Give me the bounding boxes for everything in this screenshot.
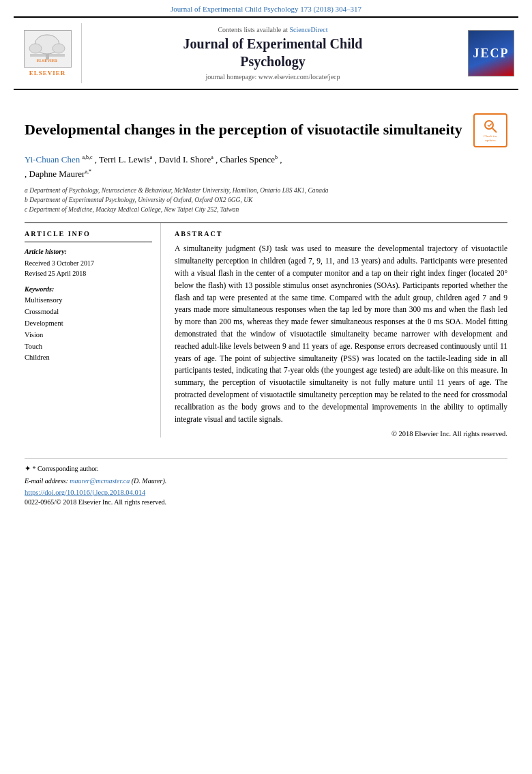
- author4-sup: b: [275, 154, 278, 160]
- received-date: Received 3 October 2017: [25, 258, 152, 268]
- author5-sup: a,*: [85, 168, 91, 174]
- corresponding-label: * Corresponding author.: [33, 465, 99, 472]
- revised-date: Revised 25 April 2018: [25, 268, 152, 278]
- article-history-label: Article history:: [25, 248, 152, 255]
- affiliation-b: b Department of Experimental Psychology,…: [25, 195, 507, 205]
- check-updates-icon: [482, 118, 499, 134]
- corresponding-star: ✦: [25, 464, 31, 472]
- issn-line: 0022-0965/© 2018 Elsevier Inc. All right…: [25, 498, 507, 506]
- keyword-item: Touch: [25, 341, 152, 353]
- author4-name: , Charles Spence: [216, 154, 275, 164]
- journal-title-line1: Journal of Experimental Child: [183, 36, 363, 51]
- svg-point-2: [29, 44, 42, 53]
- science-direct-line: Contents lists available at ScienceDirec…: [89, 26, 457, 33]
- keywords-label: Keywords:: [25, 285, 152, 293]
- email-link[interactable]: maurer@mcmaster.ca: [70, 477, 131, 485]
- keyword-item: Multisensory: [25, 295, 152, 306]
- abstract-heading: ABSTRACT: [175, 230, 507, 238]
- jecp-logo-block: JECP: [464, 23, 518, 83]
- authors-block: Yi-Chuan Chen a,b,c , Terri L. Lewisa , …: [25, 153, 507, 182]
- journal-title-main: Journal of Experimental Child Psychology: [89, 35, 457, 70]
- author1-sup: a,b,c: [83, 154, 93, 160]
- check-for-updates-badge: Check forupdates: [473, 113, 507, 147]
- keyword-item: Children: [25, 352, 152, 364]
- abstract-column: ABSTRACT A simultaneity judgment (SJ) ta…: [175, 223, 507, 437]
- main-content: Check forupdates Developmental changes i…: [0, 90, 532, 451]
- article-title: Developmental changes in the perception …: [25, 120, 507, 140]
- svg-text:ELSEVIER: ELSEVIER: [37, 59, 58, 63]
- author5-name: , Daphne Maurer: [25, 169, 85, 179]
- contents-label: Contents lists available at: [218, 26, 287, 33]
- author-yi-chuan-chen[interactable]: Yi-Chuan Chen: [25, 154, 83, 164]
- author3-sup: a: [211, 154, 213, 160]
- author2-name: , Terri L. Lewis: [95, 154, 150, 164]
- doi-line[interactable]: https://doi.org/10.1016/j.jecp.2018.04.0…: [25, 489, 507, 496]
- author3-name: , David I. Shore: [154, 154, 211, 164]
- email-suffix: (D. Maurer).: [132, 477, 167, 485]
- journal-citation: Journal of Experimental Child Psychology…: [171, 5, 361, 13]
- affiliations-block: a Department of Psychology, Neuroscience…: [25, 186, 507, 215]
- author1-name: Yi-Chuan Chen: [25, 154, 80, 164]
- info-divider: [25, 242, 152, 242]
- journal-top-bar: Journal of Experimental Child Psychology…: [0, 0, 532, 16]
- corresponding-author-line: ✦ * Corresponding author.: [25, 464, 507, 473]
- copyright-line: © 2018 Elsevier Inc. All rights reserved…: [175, 430, 507, 438]
- doi-link[interactable]: https://doi.org/10.1016/j.jecp.2018.04.0…: [25, 489, 145, 496]
- jecp-logo-image: JECP: [468, 30, 514, 76]
- keywords-section: Keywords: MultisensoryCrossmodalDevelopm…: [25, 285, 152, 364]
- check-badge-label: Check forupdates: [484, 134, 497, 143]
- email-label: E-mail address:: [25, 477, 68, 485]
- email-line: E-mail address: maurer@mcmaster.ca (D. M…: [25, 477, 507, 485]
- journal-center-block: Contents lists available at ScienceDirec…: [82, 23, 464, 83]
- footer-section: ✦ * Corresponding author. E-mail address…: [25, 458, 507, 506]
- journal-homepage: journal homepage: www.elsevier.com/locat…: [89, 73, 457, 81]
- elsevier-logo-block: ELSEVIER ELSEVIER: [14, 23, 82, 83]
- keywords-list: MultisensoryCrossmodalDevelopmentVisionT…: [25, 295, 152, 364]
- doi-text: https://doi.org/10.1016/j.jecp.2018.04.0…: [25, 489, 145, 496]
- affiliation-a: a Department of Psychology, Neuroscience…: [25, 186, 507, 195]
- author2-sup: a: [150, 154, 153, 160]
- elsevier-wordmark: ELSEVIER: [29, 70, 66, 76]
- keyword-item: Development: [25, 318, 152, 330]
- journal-header: ELSEVIER ELSEVIER Contents lists availab…: [14, 16, 518, 90]
- article-info-heading: ARTICLE INFO: [25, 230, 152, 238]
- article-info-column: ARTICLE INFO Article history: Received 3…: [25, 223, 161, 437]
- svg-line-7: [492, 128, 497, 132]
- elsevier-logo-image: ELSEVIER: [24, 30, 72, 68]
- journal-title-line2: Psychology: [240, 54, 306, 69]
- history-dates: Received 3 October 2017 Revised 25 April…: [25, 258, 152, 278]
- affiliation-c: c Department of Medicine, Mackay Medical…: [25, 205, 507, 214]
- svg-point-6: [485, 121, 493, 129]
- science-direct-link[interactable]: ScienceDirect: [289, 26, 327, 33]
- email-address: maurer@mcmaster.ca: [70, 477, 130, 485]
- keyword-item: Vision: [25, 330, 152, 341]
- keyword-item: Crossmodal: [25, 306, 152, 318]
- title-row: Check forupdates Developmental changes i…: [25, 111, 507, 147]
- abstract-text: A simultaneity judgment (SJ) task was us…: [175, 243, 507, 425]
- jecp-acronym: JECP: [473, 46, 509, 61]
- two-column-section: ARTICLE INFO Article history: Received 3…: [25, 223, 507, 437]
- svg-point-3: [53, 44, 65, 53]
